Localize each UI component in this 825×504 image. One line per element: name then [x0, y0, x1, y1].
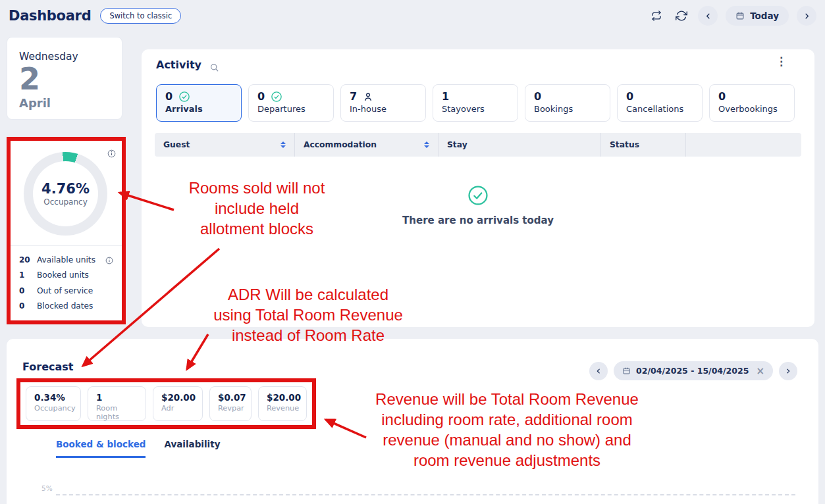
stat-row-booked-units: 1 Booked units: [19, 268, 113, 284]
forecast-stats-annotation-box: 0.34% Occupancy 1 Room nights $20.00 Adr…: [16, 378, 316, 429]
forecast-stat-room-nights[interactable]: 1 Room nights: [88, 386, 146, 421]
today-button-label: Today: [750, 11, 779, 21]
chart-gridline: [56, 494, 795, 495]
repeat-icon[interactable]: [648, 7, 665, 24]
activity-tab-overbookings[interactable]: 0 Overbookings: [709, 84, 795, 122]
sort-icon[interactable]: [280, 141, 286, 148]
check-circle-icon: [271, 91, 282, 103]
previous-range-button[interactable]: [589, 362, 608, 380]
info-icon[interactable]: [105, 253, 113, 266]
column-header-empty: [686, 133, 801, 157]
annotation-note-adr: ADR Will be calculated using Total Room …: [200, 284, 417, 345]
previous-day-button[interactable]: [698, 6, 718, 26]
occupancy-card-annotation-box: 4.76% Occupancy 20 Available units 1 Boo…: [7, 137, 126, 324]
forecast-stat-revpar[interactable]: $0.07 Revpar: [209, 386, 252, 421]
date-range-picker[interactable]: 02/04/2025 - 15/04/2025 ×: [614, 361, 773, 380]
forecast-title: Forecast: [22, 361, 73, 373]
more-options-icon[interactable]: ⋮: [776, 56, 787, 67]
date-range-value: 02/04/2025 - 15/04/2025: [636, 366, 749, 376]
clear-date-icon[interactable]: ×: [756, 365, 764, 377]
calendar-icon: [735, 11, 745, 20]
column-header-accommodation[interactable]: Accommodation: [295, 133, 439, 157]
forecast-stat-occupancy[interactable]: 0.34% Occupancy: [26, 386, 81, 421]
tab-booked-and-blocked[interactable]: Booked & blocked: [56, 439, 146, 458]
annotation-note-revenue: Revenue will be Total Room Revenue inclu…: [339, 389, 675, 470]
chevron-right-icon: [785, 368, 791, 374]
forecast-stat-adr[interactable]: $20.00 Adr: [153, 386, 203, 421]
switch-to-classic-button[interactable]: Switch to classic: [100, 8, 181, 24]
forecast-stat-revenue[interactable]: $20.00 Revenue: [258, 386, 307, 421]
chevron-right-icon: [803, 13, 811, 20]
person-icon: [363, 91, 373, 102]
top-bar: Dashboard Switch to classic Today: [0, 0, 825, 32]
divider: [11, 245, 122, 246]
activity-tab-cancellations[interactable]: 0 Cancellations: [617, 84, 703, 122]
activity-tab-bookings[interactable]: 0 Bookings: [525, 84, 610, 122]
chevron-left-icon: [705, 13, 712, 20]
activity-tab-arrivals[interactable]: 0 Arrivals: [156, 84, 242, 122]
check-circle-icon: [178, 91, 190, 103]
next-range-button[interactable]: [779, 362, 797, 380]
next-day-button[interactable]: [797, 6, 816, 26]
sort-icon[interactable]: [424, 141, 429, 148]
stat-row-out-of-service: 0 Out of service: [19, 283, 113, 299]
dashboard-page: Dashboard Switch to classic Today Wednes…: [0, 0, 825, 504]
chart-gridline-label: 5%: [41, 484, 53, 492]
top-bar-controls: Today: [648, 6, 816, 26]
stat-row-available-units: 20 Available units: [19, 252, 113, 268]
check-circle-icon: [467, 184, 489, 207]
column-header-guest[interactable]: Guest: [155, 133, 295, 157]
column-header-stay: Stay: [439, 133, 601, 157]
chevron-left-icon: [595, 368, 602, 374]
date-month: April: [19, 96, 110, 110]
tab-availability[interactable]: Availability: [164, 439, 220, 458]
forecast-date-controls: 02/04/2025 - 15/04/2025 ×: [589, 361, 797, 380]
occupancy-donut-chart: 4.76% Occupancy: [24, 152, 107, 236]
refresh-icon[interactable]: [673, 7, 690, 24]
search-icon[interactable]: [209, 61, 219, 73]
activity-tab-in-house[interactable]: 7 In-house: [340, 84, 426, 122]
forecast-tabs: Booked & blocked Availability: [56, 439, 221, 458]
date-card: Wednesday 2 April: [7, 37, 122, 120]
activity-tabs: 0 Arrivals 0 Departures 7 In-house 1 Sta…: [156, 84, 795, 122]
activity-title: Activity: [156, 59, 201, 71]
occupancy-percent: 4.76%: [41, 181, 90, 197]
date-day: 2: [19, 63, 110, 96]
today-button[interactable]: Today: [726, 6, 789, 26]
page-title: Dashboard: [9, 8, 91, 24]
calendar-icon: [622, 366, 631, 375]
arrivals-table-header: Guest Accommodation Stay Status: [155, 133, 801, 157]
info-icon[interactable]: [107, 147, 116, 159]
stat-row-blocked-dates: 0 Blocked dates: [19, 299, 113, 315]
annotation-note-rooms-sold: Rooms sold will not include held allotme…: [155, 178, 359, 239]
occupancy-percent-label: Occupancy: [43, 197, 88, 207]
activity-tab-stayovers[interactable]: 1 Stayovers: [433, 84, 518, 122]
occupancy-stats-list: 20 Available units 1 Booked units 0 Out …: [11, 252, 122, 314]
activity-tab-departures[interactable]: 0 Departures: [248, 84, 334, 122]
column-header-status: Status: [601, 133, 686, 157]
